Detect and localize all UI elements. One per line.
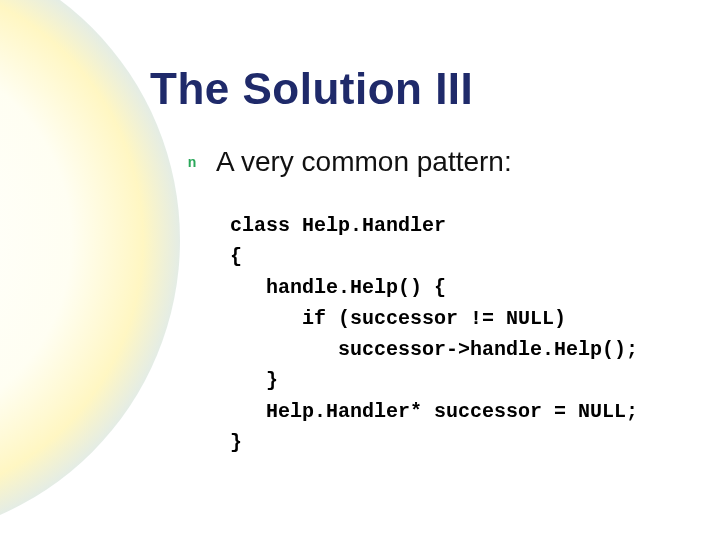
code-block: class Help.Handler { handle.Help() { if … — [230, 210, 638, 458]
code-line: handle.Help() { — [230, 276, 446, 299]
code-line: Help.Handler* successor = NULL; — [230, 400, 638, 423]
slide: The Solution III n A very common pattern… — [0, 0, 720, 540]
code-line: } — [230, 369, 278, 392]
code-line: } — [230, 431, 242, 454]
slide-title: The Solution III — [150, 64, 473, 114]
code-line: successor->handle.Help(); — [230, 338, 638, 361]
code-line: if (successor != NULL) — [230, 307, 566, 330]
bullet-item: n A very common pattern: — [186, 146, 512, 178]
code-line: class Help.Handler — [230, 214, 446, 237]
bullet-icon: n — [186, 156, 198, 168]
bullet-text: A very common pattern: — [216, 146, 512, 178]
code-line: { — [230, 245, 242, 268]
